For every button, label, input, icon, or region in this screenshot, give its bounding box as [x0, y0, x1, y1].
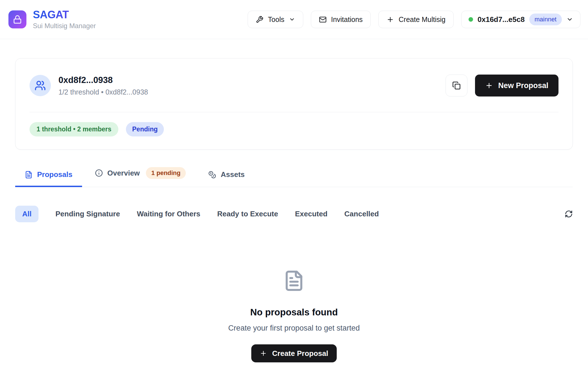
multisig-card: 0xd8f2...0938 1/2 threshold • 0xd8f2...0… — [15, 58, 573, 150]
new-proposal-label: New Proposal — [498, 81, 548, 90]
tab-overview[interactable]: Overview 1 pending — [85, 165, 196, 187]
document-icon — [283, 270, 305, 292]
chevron-down-icon — [566, 16, 573, 23]
proposal-filters: All Pending Signature Waiting for Others… — [15, 210, 573, 218]
network-badge: mainnet — [529, 14, 562, 25]
app-tagline: Sui Multisig Manager — [33, 22, 96, 30]
filter-waiting-for-others[interactable]: Waiting for Others — [137, 210, 200, 218]
main-content: 0xd8f2...0938 1/2 threshold • 0xd8f2...0… — [0, 58, 588, 362]
refresh-icon — [565, 210, 573, 218]
tab-assets-label: Assets — [221, 170, 245, 179]
new-proposal-button[interactable]: New Proposal — [475, 75, 558, 96]
members-badge: 1 threshold • 2 members — [30, 122, 118, 136]
empty-state-title: No proposals found — [15, 307, 573, 318]
connection-status-dot — [469, 17, 473, 22]
app-header: SAGAT Sui Multisig Manager Tools Invitat… — [0, 0, 588, 39]
multisig-avatar — [30, 75, 51, 96]
multisig-card-top: 0xd8f2...0938 1/2 threshold • 0xd8f2...0… — [30, 75, 558, 96]
card-divider — [30, 112, 558, 112]
coins-icon — [208, 171, 216, 179]
badge-row: 1 threshold • 2 members Pending — [30, 122, 558, 136]
copy-icon — [452, 81, 461, 90]
create-multisig-button[interactable]: Create Multisig — [378, 11, 454, 28]
refresh-button[interactable] — [565, 210, 573, 218]
multisig-card-actions: New Proposal — [445, 75, 558, 96]
plus-icon — [260, 350, 267, 357]
chevron-down-icon — [289, 16, 295, 23]
tools-label: Tools — [268, 15, 284, 24]
brand: SAGAT Sui Multisig Manager — [8, 9, 96, 30]
create-multisig-label: Create Multisig — [399, 15, 445, 24]
plus-icon — [485, 82, 493, 89]
empty-state: No proposals found Create your first pro… — [15, 218, 573, 362]
tab-proposals-label: Proposals — [37, 170, 73, 179]
multisig-name: 0xd8f2...0938 — [58, 75, 148, 85]
brand-text: SAGAT Sui Multisig Manager — [33, 9, 96, 30]
filter-cancelled[interactable]: Cancelled — [344, 210, 379, 218]
wrench-icon — [256, 16, 263, 23]
info-icon — [95, 169, 103, 177]
tools-button[interactable]: Tools — [248, 11, 303, 28]
multisig-heading: 0xd8f2...0938 1/2 threshold • 0xd8f2...0… — [58, 75, 148, 96]
app-title: SAGAT — [33, 9, 96, 21]
users-icon — [35, 80, 46, 91]
multisig-identity: 0xd8f2...0938 1/2 threshold • 0xd8f2...0… — [30, 75, 148, 96]
app-logo — [8, 10, 26, 28]
copy-address-button[interactable] — [445, 75, 467, 96]
lock-icon — [13, 15, 22, 24]
create-proposal-button[interactable]: Create Proposal — [251, 344, 336, 362]
tab-proposals[interactable]: Proposals — [15, 169, 82, 187]
filter-ready-to-execute[interactable]: Ready to Execute — [217, 210, 278, 218]
wallet-menu-button[interactable]: 0x16d7...e5c8 mainnet — [461, 11, 580, 28]
wallet-address: 0x16d7...e5c8 — [478, 15, 525, 24]
multisig-meta: 1/2 threshold • 0xd8f2...0938 — [58, 88, 148, 96]
pending-count-badge: 1 pending — [146, 167, 186, 179]
tab-overview-label: Overview — [107, 169, 140, 178]
create-proposal-label: Create Proposal — [272, 349, 328, 358]
empty-state-subtitle: Create your first proposal to get starte… — [15, 324, 573, 333]
invitations-label: Invitations — [331, 15, 363, 24]
filter-all[interactable]: All — [15, 206, 39, 222]
plus-icon — [386, 16, 394, 23]
header-actions: Tools Invitations Create Multisig 0x16d7… — [248, 11, 580, 28]
tab-assets[interactable]: Assets — [199, 169, 254, 187]
status-badge: Pending — [126, 122, 164, 136]
invitations-button[interactable]: Invitations — [311, 11, 371, 28]
file-text-icon — [25, 171, 33, 179]
mail-icon — [319, 16, 327, 23]
tab-bar: Proposals Overview 1 pending Assets — [15, 165, 573, 187]
filter-pending-signature[interactable]: Pending Signature — [55, 210, 120, 218]
filter-executed[interactable]: Executed — [295, 210, 327, 218]
